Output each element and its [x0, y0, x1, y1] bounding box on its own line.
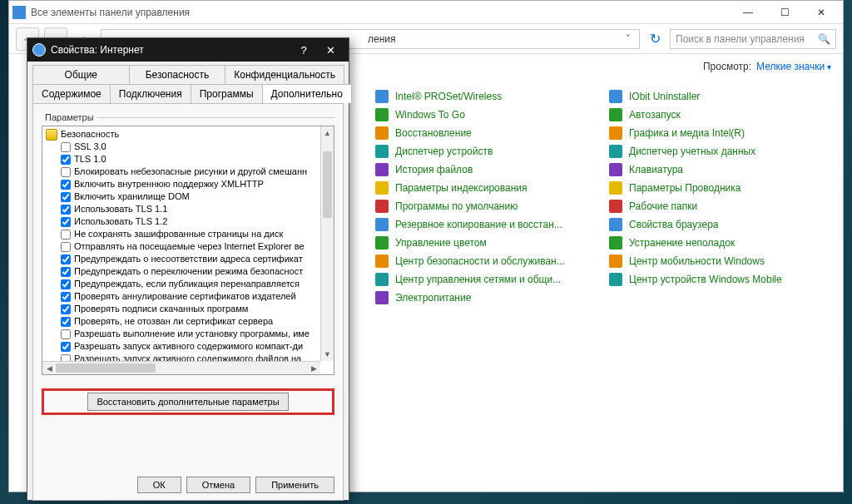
cp-item-label: Резервное копирование и восстан... [395, 219, 562, 230]
address-dropdown-icon[interactable]: ˅ [622, 33, 634, 45]
tree-checkbox[interactable] [61, 180, 71, 190]
tab-content[interactable]: Содержимое [32, 84, 111, 103]
ok-button[interactable]: ОК [137, 477, 181, 493]
search-box[interactable]: Поиск в панели управления 🔍 [670, 29, 836, 49]
cp-item[interactable]: Автозапуск [609, 106, 826, 124]
tab-security[interactable]: Безопасность [129, 65, 226, 84]
tree-checkbox[interactable] [61, 292, 71, 302]
tab-programs[interactable]: Программы [191, 84, 263, 103]
lock-icon [46, 129, 57, 141]
tab-advanced[interactable]: Дополнительно [262, 84, 352, 103]
dialog-close-button[interactable]: ✕ [317, 40, 344, 60]
cp-item-label: Центр мобильности Windows [629, 255, 765, 267]
cp-item[interactable]: Графика и медиа Intel(R) [609, 124, 826, 142]
tree-checkbox[interactable] [61, 342, 71, 352]
scroll-down-icon[interactable]: ▼ [321, 348, 334, 361]
cp-item[interactable]: Резервное копирование и восстан... [375, 215, 592, 234]
cp-item[interactable]: Восстановление [375, 124, 592, 142]
apply-button[interactable]: Применить [255, 477, 334, 493]
tree-item[interactable]: Отправлять на посещаемые через Internet … [46, 240, 317, 253]
tree-item[interactable]: Включить внутреннюю поддержку XMLHTTP [46, 178, 317, 190]
tree-checkbox[interactable] [61, 317, 71, 327]
cp-item[interactable]: Диспетчер устройств [375, 142, 592, 161]
cp-item[interactable]: Intel® PROSet/Wireless [375, 87, 592, 106]
cp-item[interactable]: Рабочие папки [609, 197, 826, 215]
tree-item[interactable]: Использовать TLS 1.2 [46, 215, 317, 228]
tree-checkbox[interactable] [61, 205, 71, 215]
tree-item[interactable]: Разрешать запуск активного содержимого к… [46, 340, 317, 353]
tree-item[interactable]: Проверять аннулирование сертификатов изд… [46, 290, 317, 303]
cp-item[interactable]: Устранение неполадок [609, 234, 826, 252]
cp-item-icon [375, 90, 389, 103]
tree-checkbox[interactable] [61, 155, 71, 165]
tree-item[interactable]: Проверять подписи скачанных программ [46, 303, 317, 315]
group-label: Параметры [42, 112, 334, 122]
help-button[interactable]: ? [290, 40, 317, 60]
tree-item[interactable]: Включить хранилище DOM [46, 190, 317, 203]
tree-item[interactable]: Не сохранять зашифрованные страницы на д… [46, 228, 317, 240]
cp-item[interactable]: Центр мобильности Windows [609, 252, 826, 270]
tree-checkbox[interactable] [61, 192, 71, 202]
cp-item-label: Intel® PROSet/Wireless [395, 91, 502, 102]
view-mode-link[interactable]: Мелкие значки [756, 61, 831, 72]
tree-checkbox[interactable] [61, 230, 71, 240]
cp-item[interactable]: Windows To Go [375, 106, 592, 124]
tree-item[interactable]: TLS 1.0 [46, 153, 317, 166]
tab-privacy[interactable]: Конфиденциальность [225, 65, 344, 84]
cp-item-label: Параметры индексирования [395, 182, 527, 194]
tree-item[interactable]: Предупреждать, если публикация перенапра… [46, 278, 317, 290]
tree-item[interactable]: Разрешать выполнение или установку прогр… [46, 328, 317, 340]
tab-general[interactable]: Общие [32, 65, 130, 84]
scroll-thumb[interactable] [323, 151, 332, 218]
tree-checkbox[interactable] [61, 279, 71, 289]
cp-item-label: Устранение неполадок [629, 237, 735, 249]
tab-connections[interactable]: Подключения [110, 84, 191, 103]
cp-item-label: Восстановление [395, 127, 472, 139]
scroll-up-icon[interactable]: ▲ [321, 126, 334, 140]
tree-item[interactable]: Использовать TLS 1.1 [46, 203, 317, 215]
cp-item[interactable]: Электропитание [375, 289, 592, 307]
tree-category-security: Безопасность [46, 128, 317, 141]
tree-checkbox[interactable] [61, 242, 71, 252]
cp-item[interactable]: IObit Uninstaller [609, 87, 826, 106]
cp-item[interactable]: Клавиатура [609, 161, 826, 179]
cp-item[interactable]: История файлов [375, 161, 592, 179]
cp-item-label: Управление цветом [395, 237, 487, 249]
settings-tree[interactable]: Безопасность SSL 3.0TLS 1.0Блокировать н… [42, 126, 334, 375]
tree-checkbox[interactable] [61, 267, 71, 277]
cp-item[interactable]: Центр устройств Windows Mobile [609, 270, 826, 289]
tree-item[interactable]: SSL 3.0 [46, 141, 317, 153]
tree-checkbox[interactable] [61, 329, 71, 339]
tree-item[interactable]: Проверять, не отозван ли сертификат серв… [46, 315, 317, 328]
scroll-left-icon[interactable]: ◀ [42, 362, 56, 374]
minimize-button[interactable]: — [730, 1, 766, 24]
cp-item[interactable]: Параметры индексирования [375, 179, 592, 197]
tree-item-label: Разрешать запуск активного содержимого к… [74, 340, 303, 353]
maximize-button[interactable]: ☐ [766, 1, 803, 24]
cp-item[interactable]: Управление цветом [375, 234, 592, 252]
scroll-thumb-h[interactable] [56, 363, 156, 373]
tree-item[interactable]: Предупреждать о переключении режима безо… [46, 265, 317, 278]
tree-checkbox[interactable] [61, 304, 71, 314]
tree-item[interactable]: Блокировать небезопасные рисунки и друго… [46, 166, 317, 178]
cp-item[interactable]: Программы по умолчанию [375, 197, 592, 215]
tree-checkbox[interactable] [61, 217, 71, 227]
vertical-scrollbar[interactable]: ▲ ▼ [320, 126, 334, 361]
cp-item[interactable]: Параметры Проводника [609, 179, 826, 197]
tree-checkbox[interactable] [61, 254, 71, 264]
horizontal-scrollbar[interactable]: ◀ ▶ [42, 361, 320, 374]
cp-item[interactable]: Диспетчер учетных данных [609, 142, 826, 161]
close-button[interactable]: ✕ [803, 1, 840, 24]
cancel-button[interactable]: Отмена [186, 477, 250, 493]
cp-item[interactable]: Центр безопасности и обслуживан... [375, 252, 592, 270]
scroll-right-icon[interactable]: ▶ [307, 362, 320, 374]
tree-checkbox[interactable] [61, 142, 71, 152]
cp-item-label: Центр безопасности и обслуживан... [395, 255, 565, 267]
tree-item[interactable]: Предупреждать о несоответствии адреса се… [46, 253, 317, 265]
tree-checkbox[interactable] [61, 167, 71, 177]
cp-item[interactable]: Свойства браузера [609, 215, 826, 234]
cp-item-icon [609, 90, 622, 103]
cp-item[interactable]: Центр управления сетями и общи... [375, 270, 592, 289]
restore-advanced-button[interactable]: Восстановить дополнительные параметры [87, 393, 288, 411]
refresh-button[interactable]: ↻ [645, 29, 665, 49]
